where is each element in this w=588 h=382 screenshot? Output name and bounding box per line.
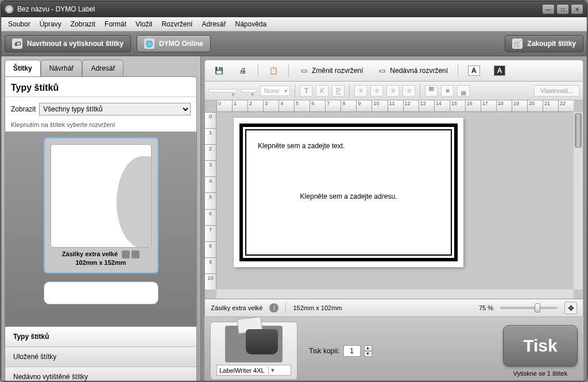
align-right-button[interactable]: ≡ (386, 85, 399, 97)
editor-toolbar: 💾 🖨 📋 ▭ Změnit rozvržení ▭ Nedávná rozvr… (204, 60, 583, 82)
menu-upravy[interactable]: Úpravy (36, 19, 65, 29)
copies-up[interactable]: ▲ (364, 345, 372, 351)
app-window: Bez názvu - DYMO Label — □ ✕ Soubor Úpra… (1, 1, 587, 381)
thumb-caption-2: 102mm x 152mm (75, 259, 126, 266)
label-thumb-selected[interactable]: Zásilky extra velké 102mm x 152mm (44, 137, 158, 273)
status-label-name: Zásilky extra velké (211, 304, 262, 311)
label-type-filter[interactable]: Všechny typy štítků (39, 103, 191, 115)
menu-format[interactable]: Formát (101, 19, 130, 29)
menubar: Soubor Úpravy Zobrazit Formát Vložit Roz… (1, 17, 587, 32)
acc-typy-stitku[interactable]: Typy štítků (5, 327, 196, 347)
copies-input[interactable] (343, 345, 361, 357)
label-types-heading: Typy štítků (5, 77, 196, 97)
fontsize-select[interactable] (241, 89, 257, 92)
minimize-button[interactable]: — (542, 4, 555, 14)
buy-labels-button[interactable]: 🛒 Zakoupit štítky (505, 35, 583, 52)
paste-button[interactable]: 📋 (263, 63, 284, 79)
label-text-field[interactable]: Klepněte sem a zadejte text. (258, 142, 439, 150)
printer-name: LabelWriter 4XL (219, 367, 265, 374)
status-bar: Zásilky extra velké i 152mm x 102mm 75 %… (204, 299, 583, 317)
save-icon: 💾 (214, 65, 224, 76)
text-a-invert-icon: A (494, 65, 506, 76)
paste-icon: 📋 (268, 65, 278, 76)
change-layout-button[interactable]: ▭ Změnit rozvržení (293, 63, 368, 79)
menu-zobrazit[interactable]: Zobrazit (67, 19, 99, 29)
tab-adresar[interactable]: Adresář (82, 60, 123, 76)
align-left-button[interactable]: ≡ (354, 85, 367, 97)
acc-nedavno-vytistene[interactable]: Nedávno vytištěné štítky (5, 367, 196, 381)
status-dims: 152mm x 102mm (293, 304, 342, 311)
left-accordion: Typy štítků Uložené štítky Nedávno vytiš… (5, 326, 196, 381)
menu-napoveda[interactable]: Nápověda (232, 19, 270, 29)
fit-button[interactable]: ✥ (564, 302, 577, 314)
chevron-down-icon[interactable]: ▾ (268, 366, 274, 374)
text-a-icon: A (468, 65, 480, 76)
app-icon (5, 5, 14, 14)
horizontal-ruler: 0 1 2 3 4 5 6 7 8 9 10 11 12 13 14 15 16 (216, 101, 574, 112)
label-icon: 🏷 (12, 38, 22, 49)
left-tab-body: Typy štítků Zobrazit Všechny typy štítků… (5, 76, 197, 381)
info-icon[interactable] (122, 250, 130, 258)
valign-mid-button[interactable]: ■ (441, 85, 454, 97)
menu-adresar[interactable]: Adresář (198, 19, 229, 29)
print-button[interactable]: 🖨 (233, 63, 253, 79)
vertical-scrollbar[interactable] (574, 112, 583, 290)
info-icon[interactable]: i (269, 303, 278, 312)
label-thumbnails[interactable]: Zásilky extra velké 102mm x 152mm (5, 132, 196, 326)
properties-button[interactable]: Vlastnosti... (534, 85, 579, 97)
bold-button[interactable]: T (300, 85, 312, 97)
menu-soubor[interactable]: Soubor (5, 19, 34, 29)
print-icon: 🖨 (238, 65, 248, 76)
label-preview-icon (51, 144, 152, 248)
tab-navrhar[interactable]: Návrhář (41, 60, 83, 76)
save-button[interactable]: 💾 (208, 63, 229, 79)
valign-top-button[interactable]: ▀ (425, 85, 438, 97)
label-address-field[interactable]: Klepněte sem a zadejte adresu. (258, 192, 439, 200)
label-canvas[interactable]: Klepněte sem a zadejte text. Klepněte se… (216, 112, 574, 290)
titlebar: Bez názvu - DYMO Label — □ ✕ (1, 1, 587, 17)
text-normal-button[interactable]: A (463, 63, 485, 79)
label-page[interactable]: Klepněte sem a zadejte text. Klepněte se… (234, 118, 463, 267)
maximize-button[interactable]: □ (556, 4, 569, 14)
dymo-online-button[interactable]: 🌐 DYMO Online (137, 35, 211, 52)
menu-vlozit[interactable]: Vložit (132, 19, 156, 29)
label-thumb-next[interactable] (44, 281, 158, 304)
close-button[interactable]: ✕ (571, 4, 583, 14)
print-big-button[interactable]: Tisk (503, 325, 578, 366)
copies-label: Tisk kopií: (309, 347, 340, 355)
underline-button[interactable]: P (332, 85, 345, 97)
font-select[interactable] (208, 89, 237, 92)
globe-icon: 🌐 (144, 38, 154, 49)
acc-ulozene-stitky[interactable]: Uložené štítky (5, 347, 196, 367)
design-print-button[interactable]: 🏷 Navrhnout a vytisknout štítky (5, 35, 131, 52)
print-note: Vytiskne se 1 štítek (503, 370, 578, 377)
valign-bot-button[interactable]: ▄ (457, 85, 470, 97)
thumb-caption-1: Zásilky extra velké (62, 250, 118, 257)
zoom-slider[interactable] (500, 307, 558, 309)
change-layout-label: Změnit rozvržení (312, 67, 363, 75)
align-just-button[interactable]: ≡ (403, 85, 415, 97)
left-panel: Štítky Návrhář Adresář Typy štítků Zobra… (1, 56, 201, 381)
tab-stitky[interactable]: Štítky (5, 60, 41, 76)
recent-layout-label: Nedávná rozvržení (390, 67, 448, 75)
printer-icon (225, 326, 283, 362)
printer-selector[interactable]: LabelWriter 4XL ▾ (210, 322, 297, 380)
recent-icon: ▭ (377, 65, 387, 76)
editor-panel: 💾 🖨 📋 ▭ Změnit rozvržení ▭ Nedávná rozvr… (201, 56, 587, 381)
window-title: Bez názvu - DYMO Label (17, 5, 542, 13)
italic-button[interactable]: K (316, 85, 328, 97)
align-center-button[interactable]: ≡ (370, 85, 383, 97)
style-select[interactable]: None (260, 86, 290, 96)
recent-layout-button[interactable]: ▭ Nedávná rozvržení (372, 63, 453, 79)
copies-down[interactable]: ▼ (364, 351, 372, 357)
text-invert-button[interactable]: A (489, 63, 511, 79)
dymo-online-label: DYMO Online (159, 40, 203, 48)
vertical-ruler: 0 1 2 3 4 5 6 7 8 9 10 (205, 112, 216, 290)
horizontal-scrollbar[interactable] (216, 290, 574, 299)
printer-compat-icon[interactable] (131, 250, 140, 258)
design-print-label: Navrhnout a vytisknout štítky (27, 40, 123, 48)
menu-rozvrzeni[interactable]: Rozvržení (158, 19, 196, 29)
print-row: LabelWriter 4XL ▾ Tisk kopií: ▲ ▼ Tisk V… (204, 317, 583, 381)
layout-icon: ▭ (299, 65, 309, 76)
main-toolbar: 🏷 Navrhnout a vytisknout štítky 🌐 DYMO O… (1, 32, 587, 56)
